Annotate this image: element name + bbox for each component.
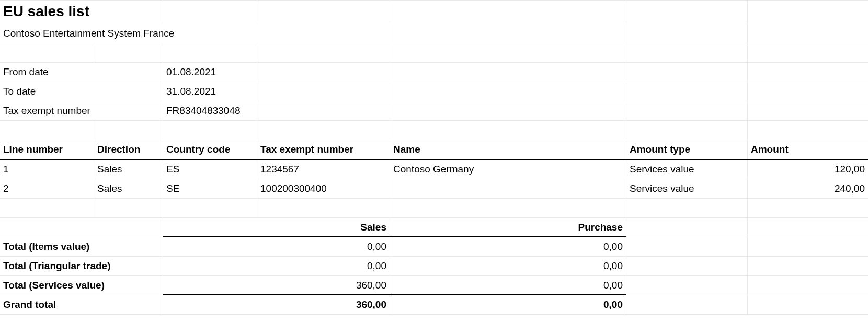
totals-row: Total (Items value) 0,00 0,00 bbox=[0, 237, 868, 257]
to-date-value: 31.08.2021 bbox=[163, 82, 257, 101]
total-label: Total (Triangular trade) bbox=[0, 257, 163, 275]
totals-header: Sales Purchase bbox=[0, 218, 868, 237]
totals-col-sales: Sales bbox=[163, 218, 390, 237]
table-header: Line number Direction Country code Tax e… bbox=[0, 140, 868, 160]
col-direction: Direction bbox=[94, 140, 163, 159]
cell-name: Contoso Germany bbox=[390, 160, 626, 179]
cell-amount: 240,00 bbox=[748, 179, 868, 198]
cell-tax-exempt: 1234567 bbox=[257, 160, 390, 179]
col-name: Name bbox=[390, 140, 626, 159]
total-purchase: 0,00 bbox=[390, 276, 626, 295]
total-sales: 0,00 bbox=[163, 237, 390, 256]
report-sheet: EU sales list Contoso Entertainment Syst… bbox=[0, 0, 868, 315]
table-row: 2 Sales SE 100200300400 Services value 2… bbox=[0, 179, 868, 199]
cell-tax-exempt: 100200300400 bbox=[257, 179, 390, 198]
total-label: Total (Items value) bbox=[0, 237, 163, 256]
grand-total-sales: 360,00 bbox=[163, 295, 390, 314]
col-amount-type: Amount type bbox=[626, 140, 748, 159]
totals-row: Total (Services value) 360,00 0,00 bbox=[0, 276, 868, 295]
from-date-label: From date bbox=[0, 63, 163, 82]
cell-country: SE bbox=[163, 179, 257, 198]
total-purchase: 0,00 bbox=[390, 257, 626, 275]
cell-amount-type: Services value bbox=[626, 179, 748, 198]
cell-line-number: 1 bbox=[0, 160, 94, 179]
table-row: 1 Sales ES 1234567 Contoso Germany Servi… bbox=[0, 160, 868, 179]
grand-total-label: Grand total bbox=[0, 295, 163, 314]
cell-direction: Sales bbox=[94, 179, 163, 198]
tax-exempt-label: Tax exempt number bbox=[0, 101, 163, 120]
total-label: Total (Services value) bbox=[0, 276, 163, 295]
to-date-label: To date bbox=[0, 82, 163, 101]
col-country-code: Country code bbox=[163, 140, 257, 159]
from-date-value: 01.08.2021 bbox=[163, 63, 257, 82]
company-name: Contoso Entertainment System France bbox=[0, 24, 390, 43]
cell-line-number: 2 bbox=[0, 179, 94, 198]
total-purchase: 0,00 bbox=[390, 237, 626, 256]
tax-exempt-value: FR83404833048 bbox=[163, 101, 257, 120]
title-text: EU sales list bbox=[3, 3, 89, 19]
col-tax-exempt: Tax exempt number bbox=[257, 140, 390, 159]
cell-country: ES bbox=[163, 160, 257, 179]
grand-total-purchase: 0,00 bbox=[390, 295, 626, 314]
totals-col-purchase: Purchase bbox=[390, 218, 626, 237]
col-line-number: Line number bbox=[0, 140, 94, 159]
cell-amount-type: Services value bbox=[626, 160, 748, 179]
page-title: EU sales list bbox=[0, 1, 163, 24]
total-sales: 360,00 bbox=[163, 276, 390, 295]
cell-direction: Sales bbox=[94, 160, 163, 179]
col-amount: Amount bbox=[748, 140, 868, 159]
total-sales: 0,00 bbox=[163, 257, 390, 275]
cell-name bbox=[390, 179, 626, 198]
grand-total-row: Grand total 360,00 0,00 bbox=[0, 295, 868, 315]
cell-amount: 120,00 bbox=[748, 160, 868, 179]
totals-row: Total (Triangular trade) 0,00 0,00 bbox=[0, 257, 868, 276]
